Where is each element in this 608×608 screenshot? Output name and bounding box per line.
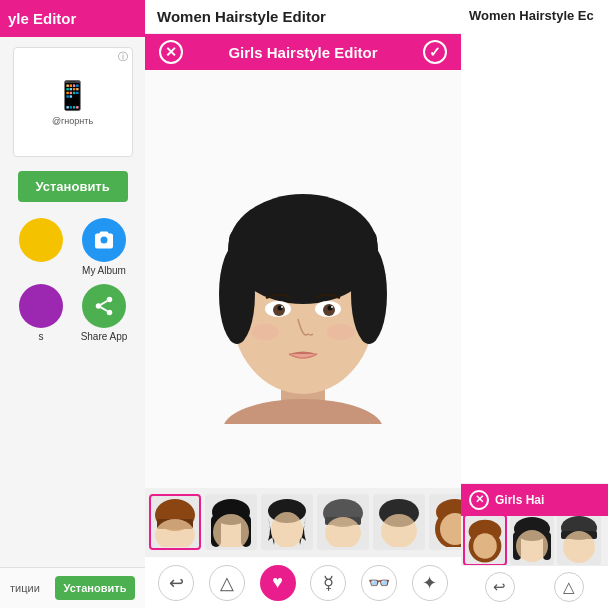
bottom-text: тиции	[10, 582, 40, 594]
album-icon[interactable]	[82, 218, 126, 262]
undo-button[interactable]: ↩	[158, 565, 194, 601]
icon-item-album[interactable]: My Album	[77, 218, 132, 276]
svg-point-19	[281, 306, 283, 308]
hair-thumb-6[interactable]	[429, 494, 461, 550]
purple-circle-icon[interactable]	[19, 284, 63, 328]
glasses-button[interactable]: 👓	[361, 565, 397, 601]
hair-thumb-4[interactable]	[317, 494, 369, 550]
right-tool-bar: ↩ △	[461, 565, 608, 608]
right-panel: Women Hairstyle Ec ✕ Girls Hai	[461, 0, 608, 608]
check-button[interactable]: ✓	[423, 40, 447, 64]
sparkle-button[interactable]: ✦	[412, 565, 448, 601]
left-header-text: yle Editor	[8, 10, 76, 27]
svg-line-3	[101, 307, 107, 311]
svg-point-60	[473, 533, 497, 558]
svg-point-67	[563, 531, 595, 563]
svg-point-2	[107, 310, 113, 316]
svg-point-64	[516, 530, 548, 562]
right-hair-thumbs	[461, 516, 608, 565]
yellow-circle-icon[interactable]	[19, 218, 63, 262]
center-app-title: Women Hairstyle Editor	[157, 8, 449, 25]
purple-label: s	[39, 331, 44, 342]
heart-button[interactable]: ♥	[260, 565, 296, 601]
share-icon[interactable]	[82, 284, 126, 328]
install-btn-bottom[interactable]: Установить	[55, 576, 135, 600]
center-app-header: Women Hairstyle Editor	[145, 0, 461, 34]
adjust-button[interactable]: △	[209, 565, 245, 601]
center-sub-title: Girls Hairstyle Editor	[191, 44, 415, 61]
hair-thumb-3[interactable]	[261, 494, 313, 550]
install-btn-top[interactable]: Установить	[18, 171, 128, 202]
hair-thumb-2[interactable]	[205, 494, 257, 550]
left-panel: yle Editor ⓘ 📱 @гнорнть Установить My Al…	[0, 0, 145, 608]
right-thumb-1[interactable]	[463, 516, 507, 565]
svg-point-31	[271, 512, 303, 547]
right-app-header: Women Hairstyle Ec	[461, 0, 608, 484]
right-app-title: Women Hairstyle Ec	[469, 8, 608, 479]
svg-point-6	[223, 399, 383, 424]
svg-point-22	[327, 324, 355, 340]
hair-thumb-1[interactable]	[149, 494, 201, 550]
album-label: My Album	[82, 265, 126, 276]
right-thumb-2[interactable]	[510, 516, 554, 565]
center-panel: Women Hairstyle Editor ✕ Girls Hairstyle…	[145, 0, 461, 608]
right-sub-title: Girls Hai	[495, 493, 600, 507]
icon-item-purple: s	[14, 284, 69, 342]
bottom-bar: тиции Установить	[0, 567, 145, 608]
center-sub-header: ✕ Girls Hairstyle Editor ✓	[145, 34, 461, 70]
left-header: yle Editor	[0, 0, 145, 37]
hair-thumbnails	[145, 488, 461, 556]
right-close-button[interactable]: ✕	[469, 490, 489, 510]
right-sub-header: ✕ Girls Hai	[461, 484, 608, 516]
right-adjust-button[interactable]: △	[554, 572, 584, 602]
icon-item-yellow	[14, 218, 69, 276]
svg-point-1	[96, 303, 102, 309]
ad-close-icon[interactable]: ⓘ	[118, 50, 128, 64]
share-label: Share App	[81, 331, 128, 342]
svg-point-20	[331, 306, 333, 308]
icon-grid: My Album s Share App	[0, 218, 145, 342]
svg-point-0	[107, 297, 113, 303]
mercury-button[interactable]: ☿	[310, 565, 346, 601]
icon-item-share[interactable]: Share App	[77, 284, 132, 342]
hair-thumb-5[interactable]	[373, 494, 425, 550]
center-tool-bar: ↩ △ ♥ ☿ 👓 ✦	[145, 556, 461, 608]
svg-point-36	[381, 514, 417, 547]
woman-face-svg	[193, 134, 413, 424]
main-image-area	[145, 70, 461, 488]
right-thumb-3[interactable]	[557, 516, 601, 565]
ad-box: ⓘ 📱 @гнорнть	[13, 47, 133, 157]
ad-text: @гнорнть	[52, 116, 93, 126]
close-button[interactable]: ✕	[159, 40, 183, 64]
svg-rect-12	[233, 252, 373, 280]
ad-phone-icon: 📱	[55, 79, 90, 112]
svg-point-21	[251, 324, 279, 340]
right-undo-button[interactable]: ↩	[485, 572, 515, 602]
svg-line-4	[101, 301, 107, 305]
